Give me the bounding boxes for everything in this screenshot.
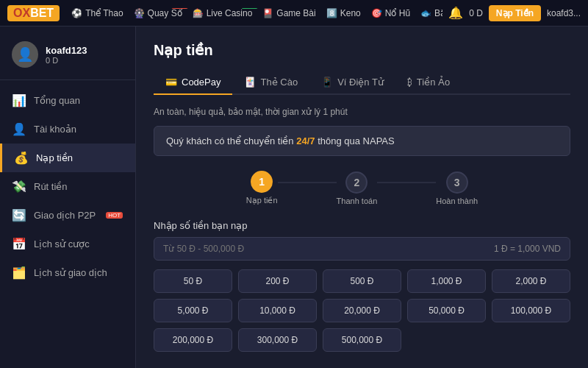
user-info-section: 👤 koafd123 0 D <box>0 35 135 80</box>
sidebar-item-giaodichp2p[interactable]: 🔄 Giao dịch P2P HOT <box>0 201 135 230</box>
amount-btn-500[interactable]: 500 Đ <box>323 269 401 293</box>
sidebar-item-lichsucucc[interactable]: 📅 Lịch sử cược <box>0 230 135 258</box>
avatar: 👤 <box>12 41 38 68</box>
sidebar-label-taikhoan: Tài khoản <box>34 124 76 135</box>
nap-tien-button[interactable]: Nạp Tiền <box>489 5 541 21</box>
naptien-icon: 💰 <box>14 151 29 165</box>
logo-ox: OX <box>13 7 30 19</box>
codepay-icon: 💳 <box>165 77 177 88</box>
nav-item-nohu[interactable]: 🎯 Nổ Hũ <box>371 8 410 18</box>
p2p-icon: 🔄 <box>12 208 26 222</box>
tongquan-icon: 📊 <box>12 93 26 107</box>
step-circle-3: 3 <box>446 171 468 194</box>
nav-item-quayso[interactable]: 🎡 Quay Số HOT <box>134 8 182 18</box>
amount-grid-row3: 200,000 Đ 300,000 Đ 500,000 Đ <box>154 328 570 352</box>
user-name: koafd123 <box>46 45 87 56</box>
quayso-icon: 🎡 <box>134 8 145 18</box>
lichsucucc-icon: 📅 <box>12 237 26 251</box>
sidebar-item-tongquan[interactable]: 📊 Tổng quan <box>0 86 135 115</box>
thecao-icon: 🃏 <box>244 77 256 88</box>
amount-btn-300000[interactable]: 300,000 Đ <box>238 328 317 352</box>
nav-label-quayso: Quay Số <box>148 8 182 18</box>
main-layout: 👤 koafd123 0 D 📊 Tổng quan 👤 Tài khoản 💰… <box>0 26 588 368</box>
sidebar-label-lichsugiaodich: Lịch sử giao dịch <box>34 267 107 278</box>
nav-item-thethao[interactable]: ⚽ Thể Thao <box>71 8 123 18</box>
step-line-1 <box>278 182 337 183</box>
hot-badge: HOT <box>171 8 188 9</box>
step-3: 3 Hoàn thành <box>436 171 478 205</box>
tab-vidientu[interactable]: 📱 Ví Điện Tử <box>309 71 395 95</box>
tab-codepay[interactable]: 💳 CodePay <box>154 71 232 95</box>
amount-btn-5000[interactable]: 5,000 Đ <box>154 299 232 322</box>
nav-item-gamebai[interactable]: 🎴 Game Bài <box>262 8 315 18</box>
nav-items: ⚽ Thể Thao 🎡 Quay Số HOT 🎰 Live Casino L… <box>71 8 442 18</box>
amount-label: Nhập số tiền bạn nạp <box>154 220 570 231</box>
amount-btn-200000[interactable]: 200,000 Đ <box>154 328 232 352</box>
sidebar-item-taikhoan[interactable]: 👤 Tài khoản <box>0 115 135 144</box>
taikhoan-icon: 👤 <box>12 122 26 136</box>
ruttien-icon: 💸 <box>12 180 26 194</box>
main-content: Nạp tiền 💳 CodePay 🃏 Thẻ Cào 📱 Ví Điện T… <box>136 26 588 368</box>
step-1: 1 Nạp tiền <box>246 171 278 205</box>
nav-item-keno[interactable]: 8️⃣ Keno <box>326 8 361 18</box>
p2p-hot-badge: HOT <box>106 212 123 219</box>
nav-item-banca[interactable]: 🐟 Bắn Cá <box>420 8 442 18</box>
napas-banner: Quý khách có thể chuyển tiền 24/7 thông … <box>154 126 570 156</box>
amount-btn-200[interactable]: 200 Đ <box>238 269 317 293</box>
user-balance-display: 0 D <box>469 8 483 18</box>
sidebar-item-naptien[interactable]: 💰 Nạp tiền <box>0 144 135 172</box>
step-label-3: Hoàn thành <box>436 197 478 205</box>
rate-text: 1 Đ = 1,000 VND <box>494 244 561 254</box>
amount-input[interactable] <box>163 244 494 254</box>
step-label-2: Thanh toán <box>337 197 378 205</box>
nav-label-gamebai: Game Bài <box>276 8 315 18</box>
sidebar-label-ruttien: Rút tiền <box>34 181 68 192</box>
amount-btn-50[interactable]: 50 Đ <box>154 269 232 293</box>
tab-label-thecao: Thẻ Cào <box>260 77 298 88</box>
tab-label-codepay: CodePay <box>182 77 220 88</box>
amount-btn-500000[interactable]: 500,000 Đ <box>323 328 401 352</box>
top-nav: OXBET ⚽ Thể Thao 🎡 Quay Số HOT 🎰 Live Ca… <box>0 0 588 26</box>
logo[interactable]: OXBET <box>7 5 60 21</box>
user-balance-sidebar: 0 D <box>46 56 87 65</box>
lichsugiaodich-icon: 🗂️ <box>12 266 26 280</box>
amount-btn-20000[interactable]: 20,000 Đ <box>323 299 401 322</box>
tab-thecao[interactable]: 🃏 Thẻ Cào <box>232 71 309 95</box>
keno-icon: 8️⃣ <box>326 8 337 18</box>
tab-tienary[interactable]: ₿ Tiền Ảo <box>395 71 462 95</box>
amount-btn-2000[interactable]: 2,000 Đ <box>492 269 570 293</box>
page-title: Nạp tiền <box>154 41 570 59</box>
tab-label-tienary: Tiền Ảo <box>417 77 450 88</box>
notification-bell-icon[interactable]: 🔔 <box>448 6 463 20</box>
sidebar-item-lichsugiaodich[interactable]: 🗂️ Lịch sử giao dịch <box>0 258 135 287</box>
nav-right: 🔔 0 D Nạp Tiền koafd3... <box>448 5 581 21</box>
step-2: 2 Thanh toán <box>337 171 378 205</box>
vidientu-icon: 📱 <box>321 77 333 88</box>
amount-grid-row2: 5,000 Đ 10,000 Đ 20,000 Đ 50,000 Đ 100,0… <box>154 299 570 322</box>
logo-bet: BET <box>30 7 54 19</box>
nav-item-livecasino[interactable]: 🎰 Live Casino LIVE <box>193 8 253 18</box>
gamebai-icon: 🎴 <box>262 8 273 18</box>
amount-btn-1000[interactable]: 1,000 Đ <box>407 269 486 293</box>
sidebar-label-p2p: Giao dịch P2P <box>34 210 96 221</box>
nav-label-keno: Keno <box>340 8 361 18</box>
username-display: koafd3... <box>547 8 581 18</box>
amount-input-row[interactable]: 1 Đ = 1,000 VND <box>154 237 570 261</box>
tienary-icon: ₿ <box>407 77 412 88</box>
livecasino-icon: 🎰 <box>193 8 204 18</box>
banca-icon: 🐟 <box>420 8 431 18</box>
sidebar-item-ruttien[interactable]: 💸 Rút tiền <box>0 172 135 201</box>
step-line-2 <box>377 182 436 183</box>
amount-grid-row1: 50 Đ 200 Đ 500 Đ 1,000 Đ 2,000 Đ <box>154 269 570 293</box>
nav-label-banca: Bắn Cá <box>434 8 442 18</box>
amount-btn-10000[interactable]: 10,000 Đ <box>238 299 317 322</box>
nohu-icon: 🎯 <box>371 8 382 18</box>
user-details: koafd123 0 D <box>46 45 87 65</box>
nav-label-livecasino: Live Casino <box>207 8 253 18</box>
amount-btn-50000[interactable]: 50,000 Đ <box>407 299 486 322</box>
napas-highlight: 24/7 <box>296 135 315 146</box>
payment-tabs: 💳 CodePay 🃏 Thẻ Cào 📱 Ví Điện Tử ₿ Tiền … <box>154 71 570 95</box>
amount-btn-100000[interactable]: 100,000 Đ <box>492 299 570 322</box>
sidebar-label-tongquan: Tổng quan <box>34 95 80 106</box>
tab-label-vidientu: Ví Điện Tử <box>337 77 384 88</box>
